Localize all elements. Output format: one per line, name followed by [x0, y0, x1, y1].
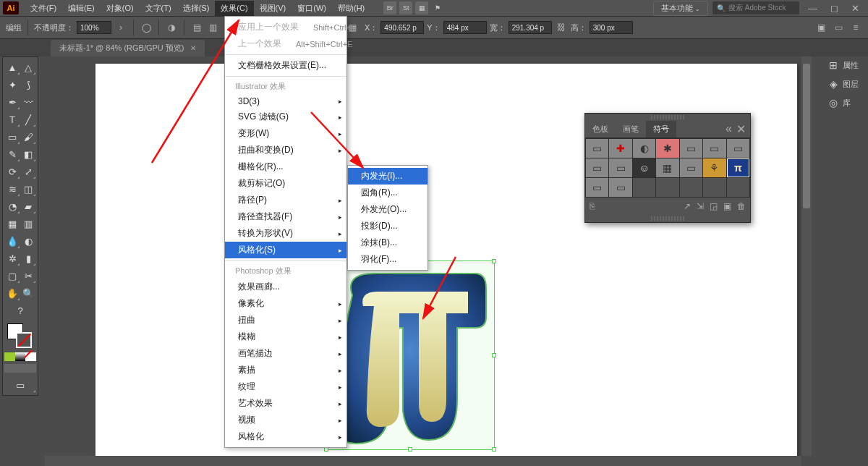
menu-stylize[interactable]: 风格化(S)▸	[225, 242, 346, 258]
menu-artistic[interactable]: 艺术效果▸	[225, 395, 346, 412]
symbol-cell[interactable]: ▭	[609, 178, 631, 197]
recolor-icon[interactable]: ◑	[165, 21, 178, 34]
screen-mode-button[interactable]: ▭	[4, 377, 36, 393]
dock-libraries[interactable]: ◎库	[824, 94, 866, 111]
tool-perspective[interactable]: ▰	[20, 198, 36, 214]
close-tab-icon[interactable]: ✕	[190, 44, 196, 52]
symbol-cell[interactable]: ✚	[609, 139, 631, 158]
menu-type[interactable]: 文字(T)	[140, 1, 177, 16]
submenu-round-corners[interactable]: 圆角(R)...	[348, 185, 427, 201]
menu-texture[interactable]: 纹理▸	[225, 378, 346, 395]
new-symbol-icon[interactable]: ▣	[723, 201, 731, 211]
edit-contents-icon[interactable]: ▭	[832, 21, 845, 34]
menu-3d[interactable]: 3D(3)▸	[225, 94, 346, 109]
symbol-cell[interactable]: ▭	[703, 139, 726, 158]
symbol-cell[interactable]: ▭	[586, 139, 608, 158]
tool-selection[interactable]: ▲	[4, 59, 20, 75]
dock-properties[interactable]: ⊞属性	[824, 56, 866, 74]
menu-pixelate[interactable]: 像素化▸	[225, 295, 346, 312]
menu-help[interactable]: 帮助(H)	[332, 1, 370, 16]
opacity-input[interactable]	[77, 21, 111, 34]
close-button[interactable]: ✕	[847, 3, 864, 14]
panel-menu-icon[interactable]: ≡	[849, 21, 862, 34]
symbol-cell[interactable]: ▭	[586, 178, 608, 197]
submenu-drop-shadow[interactable]: 投影(D)...	[348, 218, 427, 234]
tool-shaper[interactable]: ✎	[4, 146, 20, 162]
symbol-cell[interactable]: ▭	[609, 158, 631, 177]
stroke-swatch[interactable]	[16, 332, 32, 348]
tool-mesh[interactable]: ▦	[4, 216, 20, 232]
search-stock-input[interactable]: 🔍搜索 Adobe Stock	[712, 1, 799, 14]
menu-effect[interactable]: 效果(C)	[215, 1, 253, 16]
tool-type[interactable]: T	[4, 111, 20, 127]
place-symbol-icon[interactable]: ↗	[684, 201, 691, 211]
selection-bounding-box[interactable]	[326, 260, 495, 450]
w-input[interactable]	[509, 21, 552, 34]
align-center-icon[interactable]: ▥	[206, 21, 219, 34]
tool-line[interactable]: ╱	[20, 111, 36, 127]
symbol-cell[interactable]: ▦	[656, 158, 678, 177]
menu-distort-transform[interactable]: 扭曲和变换(D)▸	[225, 142, 346, 158]
panel-collapse-icon[interactable]: «	[726, 122, 732, 136]
menu-svg-filters[interactable]: SVG 滤镜(G)▸	[225, 109, 346, 125]
symbol-options-icon[interactable]: ◲	[710, 201, 718, 211]
tool-symbol-sprayer[interactable]: ✲	[4, 250, 20, 266]
menu-warp[interactable]: 变形(W)▸	[225, 125, 346, 142]
isolate-icon[interactable]: ▣	[814, 21, 827, 34]
link-wh-icon[interactable]: ⛓	[555, 21, 568, 34]
menu-brush-strokes[interactable]: 画笔描边▸	[225, 345, 346, 362]
tool-zoom[interactable]: 🔍	[20, 285, 36, 301]
draw-mode-row[interactable]	[4, 364, 36, 374]
workspace-selector[interactable]: 基本功能 ⌄	[653, 1, 708, 16]
style-icon[interactable]: ◯	[140, 21, 153, 34]
menu-distort-ps[interactable]: 扭曲▸	[225, 312, 346, 329]
align-left-icon[interactable]: ▤	[190, 21, 203, 34]
vertical-scrollbar[interactable]	[801, 56, 812, 456]
menu-view[interactable]: 视图(V)	[254, 1, 292, 16]
symbol-cell[interactable]: ⚘	[703, 158, 726, 177]
break-link-icon[interactable]: ⇲	[697, 201, 704, 211]
symbol-cell[interactable]: ▭	[727, 139, 749, 158]
y-input[interactable]	[443, 21, 487, 34]
minimize-button[interactable]: —	[804, 3, 822, 14]
menu-effect-gallery[interactable]: 效果画廊...	[225, 279, 346, 295]
tool-rotate[interactable]: ⟳	[4, 164, 20, 179]
tool-column-graph[interactable]: ▮	[20, 250, 36, 266]
panel-grip[interactable]	[651, 115, 684, 119]
symbols-panel[interactable]: 色板 画笔 符号 «✕ ▭ ✚ ◐ ✱ ▭ ▭ ▭ ▭ ▭ ☺ ▦ ▭ ⚘ π …	[584, 113, 751, 223]
menu-blur[interactable]: 模糊▸	[225, 329, 346, 345]
maximize-button[interactable]: ◻	[826, 3, 843, 14]
symbol-cell[interactable]: ▭	[680, 158, 702, 177]
symbol-cell[interactable]: ☺	[633, 158, 655, 177]
tool-free-transform[interactable]: ◫	[20, 181, 36, 197]
menu-convert-shape[interactable]: 转换为形状(V)▸	[225, 225, 346, 242]
tool-eraser[interactable]: ◧	[20, 146, 36, 162]
panel-close-icon[interactable]: ✕	[736, 122, 746, 136]
symbol-cell[interactable]: ▭	[586, 158, 608, 177]
opacity-arrow-icon[interactable]: ›	[114, 21, 127, 34]
symbol-cell[interactable]: ✱	[656, 139, 678, 158]
horizontal-scrollbar[interactable]	[45, 456, 801, 466]
tool-direct-selection[interactable]: △	[20, 59, 36, 75]
color-mode-row[interactable]	[4, 352, 36, 363]
menu-window[interactable]: 窗口(W)	[292, 1, 332, 16]
menu-stylize-ps[interactable]: 风格化▸	[225, 428, 346, 445]
tab-swatches[interactable]: 色板	[585, 121, 616, 137]
menu-sketch[interactable]: 素描▸	[225, 362, 346, 378]
submenu-outer-glow[interactable]: 外发光(O)...	[348, 201, 427, 218]
tool-shape-builder[interactable]: ◔	[4, 198, 20, 214]
panel-grip-bottom[interactable]	[651, 216, 684, 221]
menu-select[interactable]: 选择(S)	[177, 1, 216, 16]
tab-brushes[interactable]: 画笔	[616, 121, 646, 137]
tool-blend[interactable]: ◐	[20, 233, 36, 249]
tool-paintbrush[interactable]: 🖌	[20, 129, 36, 145]
fill-stroke-indicator[interactable]	[4, 322, 36, 351]
h-input[interactable]	[590, 21, 633, 34]
tool-width[interactable]: ≋	[4, 181, 20, 197]
tool-eyedropper[interactable]: 💧	[4, 233, 20, 249]
symbol-cell-pi[interactable]: π	[727, 158, 749, 177]
menu-crop-marks[interactable]: 裁剪标记(O)	[225, 175, 346, 192]
bridge-icon[interactable]: Br	[383, 1, 396, 14]
delete-symbol-icon[interactable]: 🗑	[737, 201, 746, 211]
menu-edit[interactable]: 编辑(E)	[62, 1, 101, 16]
